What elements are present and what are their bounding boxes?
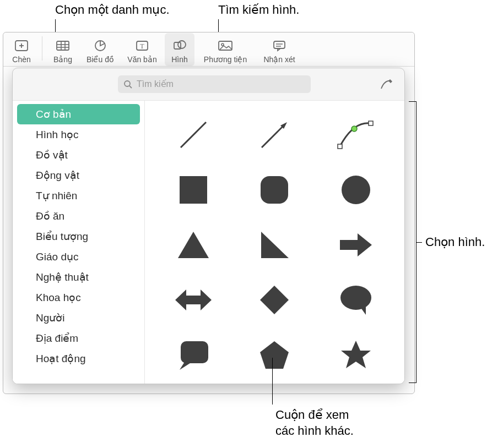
category-item-animals[interactable]: Động vật [17,165,140,185]
svg-line-21 [262,124,285,147]
shape-callout-rect[interactable] [156,329,231,381]
plus-icon [13,39,30,53]
svg-point-34 [340,286,371,310]
category-list[interactable]: Cơ bản Hình học Đồ vật Động vật Tự nhiên… [13,101,145,384]
shape-right-triangle[interactable] [237,218,312,271]
search-icon [123,80,132,89]
callout-choose-category: Chọn một danh mục. [55,2,170,18]
toolbar-separator [42,36,42,61]
toolbar-comment-button[interactable]: Nhận xét [256,33,302,66]
shape-diamond[interactable] [237,274,312,326]
svg-point-28 [342,176,370,204]
category-item-science[interactable]: Khoa học [17,287,140,308]
draw-shape-button[interactable] [377,76,396,92]
toolbar-media-button[interactable]: Phương tiện [198,33,253,66]
callout-search-shapes: Tìm kiếm hình. [218,2,299,18]
svg-marker-33 [260,286,289,314]
category-item-objects[interactable]: Đồ vật [17,145,140,165]
toolbar-insert-button[interactable]: Chèn [7,33,36,66]
category-item-geometry[interactable]: Hình học [17,124,140,145]
callout-choose-shape: Chọn hình. [425,234,485,250]
category-item-food[interactable]: Đồ ăn [17,206,140,226]
pen-icon [379,78,393,91]
svg-marker-32 [175,289,212,310]
shape-pentagon[interactable] [237,329,312,381]
callout-line [417,242,422,243]
toolbar-shape-button[interactable]: Hình [165,33,194,66]
svg-marker-37 [180,361,192,370]
shape-line[interactable] [156,108,231,161]
category-item-basic[interactable]: Cơ bản [17,104,140,124]
category-item-places[interactable]: Địa điểm [17,328,140,348]
svg-marker-38 [260,341,289,369]
shape-circle[interactable] [318,163,393,216]
shape-arrow-bidir[interactable] [156,274,231,326]
svg-line-19 [129,86,132,88]
search-input[interactable] [137,79,305,89]
svg-marker-39 [341,341,371,368]
svg-rect-26 [180,176,207,204]
svg-point-12 [178,41,186,48]
shape-rounded-square[interactable] [237,163,312,216]
category-item-people[interactable]: Người [17,308,140,328]
svg-marker-31 [340,233,372,256]
popover-body: Cơ bản Hình học Đồ vật Động vật Tự nhiên… [13,100,404,384]
toolbar-chart-button[interactable]: Biểu đồ [81,33,120,66]
svg-text:T: T [140,42,144,50]
toolbar-label: Phương tiện [204,55,247,64]
svg-marker-30 [261,232,289,258]
svg-rect-3 [57,41,69,50]
toolbar-table-button[interactable]: Bảng [48,33,78,66]
svg-point-18 [125,81,130,86]
shapes-popover: Cơ bản Hình học Đồ vật Động vật Tự nhiên… [12,68,405,384]
table-icon [55,39,71,53]
shape-arrow-right[interactable] [318,218,393,271]
svg-line-20 [181,122,206,147]
text-icon: T [134,39,150,53]
search-field-wrap[interactable] [118,75,311,93]
svg-rect-23 [338,144,342,149]
shape-icon [171,39,188,53]
comment-icon [271,39,288,53]
media-icon [217,39,234,53]
callout-line [272,358,273,405]
svg-rect-27 [261,176,288,204]
toolbar-label: Chèn [12,55,30,64]
toolbar-label: Biểu đồ [86,55,114,64]
chart-icon [92,39,109,53]
shape-speech-bubble[interactable] [318,274,393,326]
toolbar: Chèn Bảng Biểu đồ T Văn bản Hình [3,32,414,67]
svg-rect-36 [181,341,208,363]
callout-bracket [409,101,417,383]
popover-header [13,68,404,100]
shape-arrow-line[interactable] [237,108,312,161]
category-item-activities[interactable]: Hoạt động [17,348,140,369]
shape-square[interactable] [156,163,231,216]
svg-point-25 [351,126,357,132]
category-item-symbols[interactable]: Biểu tượng [17,226,140,247]
svg-rect-15 [274,41,285,48]
svg-marker-29 [178,232,209,258]
category-item-arts[interactable]: Nghệ thuật [17,267,140,287]
category-item-education[interactable]: Giáo dục [17,247,140,267]
shape-triangle[interactable] [156,218,231,271]
shape-grid [145,101,404,384]
toolbar-label: Bảng [53,55,72,64]
toolbar-label: Hình [171,55,188,64]
shape-star[interactable] [318,329,393,381]
shape-bezier-curve[interactable] [318,108,393,161]
svg-marker-35 [360,306,366,315]
category-item-nature[interactable]: Tự nhiên [17,185,140,206]
callout-scroll-more: Cuộn để xem các hình khác. [275,407,354,439]
toolbar-label: Nhận xét [263,55,295,64]
svg-point-14 [221,43,224,46]
toolbar-text-button[interactable]: T Văn bản [123,33,161,66]
toolbar-label: Văn bản [127,55,156,64]
svg-rect-24 [369,121,373,125]
